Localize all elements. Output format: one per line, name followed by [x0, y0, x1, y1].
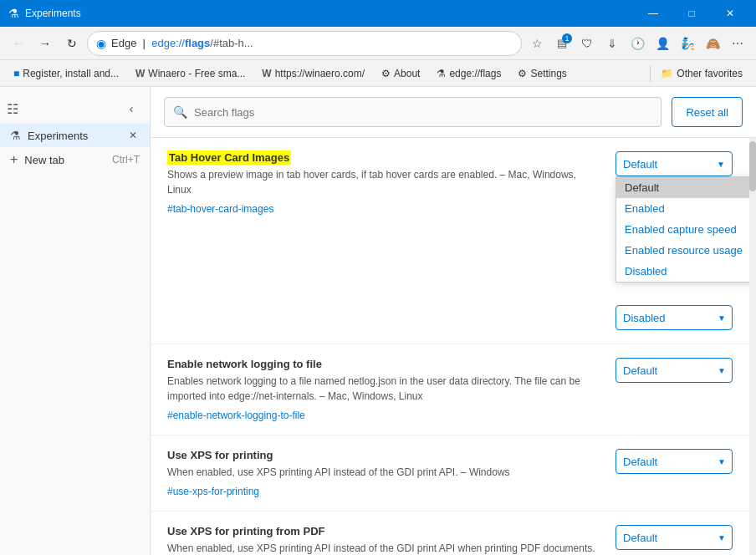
edge-feedback-btn[interactable]: 🙈: [701, 32, 724, 55]
bookmark-winaero1[interactable]: W Winaero - Free sma...: [129, 65, 252, 82]
edge-logo-icon: ◉: [96, 37, 106, 50]
flag-select-disabled[interactable]: Disabled: [616, 305, 733, 330]
bookmark-separator: [650, 65, 651, 82]
flags-content: 🔍 Reset all Tab Hover Card Images Shows …: [151, 87, 756, 555]
more-btn[interactable]: ⋯: [726, 32, 749, 55]
new-tab-label: New tab: [24, 154, 64, 166]
sidebar-grid-icon: ☷: [7, 101, 18, 117]
title-bar-left: ⚗ Experiments: [7, 7, 81, 20]
address-bar[interactable]: ◉ Edge | edge://flags/#tab-h...: [87, 31, 522, 56]
title-bar: ⚗ Experiments — □ ✕: [0, 0, 756, 27]
sidebar-close-experiments-button[interactable]: ✕: [126, 129, 140, 142]
refresh-button[interactable]: ↻: [60, 32, 84, 55]
bookmark-ms-label: Register, install and...: [23, 68, 119, 79]
dropdown-option-enabled-resource[interactable]: Enabled resource usage: [616, 240, 749, 261]
dropdown-option-enabled[interactable]: Enabled: [616, 198, 749, 219]
toolbar-icons: ☆ ▤ 1 🛡 ⇓ 🕐 👤 🧞 🙈 ⋯: [525, 32, 749, 55]
sidebar-top: ☷ ‹: [0, 94, 150, 124]
flag-item-tab-hover-card: Tab Hover Card Images Shows a preview im…: [151, 138, 749, 344]
other-favorites-label: Other favorites: [677, 68, 743, 79]
flag-select-wrapper-disabled: Disabled: [616, 305, 733, 330]
new-tab-plus-icon: +: [10, 152, 18, 167]
bookmarks-bar: ■ Register, install and... W Winaero - F…: [0, 60, 756, 87]
dropdown-menu-tab-hover: Default Enabled Enabled capture speed En…: [616, 176, 749, 283]
flag-name-highlighted: Tab Hover Card Images: [167, 150, 291, 165]
flag-info-xps-printing: Use XPS for printing When enabled, use X…: [167, 449, 602, 497]
flag-control-xps-pdf: Default: [616, 525, 733, 550]
dropdown-option-enabled-capture[interactable]: Enabled capture speed: [616, 219, 749, 240]
flag-name-network-logging: Enable network logging to file: [167, 358, 602, 370]
flag-select-xps[interactable]: Default: [616, 449, 733, 474]
flag-desc-xps-printing: When enabled, use XPS printing API inste…: [167, 465, 602, 480]
back-button[interactable]: ←: [7, 32, 30, 55]
flag-link-tab-hover[interactable]: #tab-hover-card-images: [167, 203, 273, 215]
scrollbar[interactable]: [749, 138, 756, 555]
sidebar-collapse-button[interactable]: ‹: [120, 97, 143, 120]
bookmark-settings-label: Settings: [530, 68, 566, 79]
title-bar-controls: — □ ✕: [634, 0, 749, 27]
flag-item-xps-pdf: Use XPS for printing from PDF When enabl…: [151, 512, 749, 555]
history-btn[interactable]: 🕐: [626, 32, 649, 55]
flag-control-tab-hover: Default ▼ Default Enabled Enabled captur…: [616, 151, 733, 330]
flag-desc-tab-hover: Shows a preview image in tab hover cards…: [167, 167, 602, 197]
bookmarks-right: 📁 Other favorites: [646, 65, 749, 82]
flag-name-xps-pdf: Use XPS for printing from PDF: [167, 525, 602, 537]
dropdown-option-disabled[interactable]: Disabled: [616, 261, 749, 282]
search-input-container[interactable]: 🔍: [164, 97, 662, 127]
search-input[interactable]: [194, 106, 652, 119]
bookmark-about[interactable]: ⚙ About: [375, 65, 427, 82]
gear-icon: ⚙: [381, 68, 391, 79]
sidebar-item-experiments[interactable]: ⚗ Experiments ✕: [0, 124, 150, 147]
favorites-icon-btn[interactable]: ☆: [525, 32, 549, 55]
flag-desc-network-logging: Enables network logging to a file named …: [167, 374, 602, 404]
title-bar-title: Experiments: [25, 8, 81, 19]
flag-name-tab-hover: Tab Hover Card Images: [167, 151, 602, 164]
dropdown-btn-tab-hover[interactable]: Default ▼: [616, 151, 733, 176]
flag-desc-xps-pdf: When enabled, use XPS printing API inste…: [167, 541, 602, 555]
dropdown-option-default[interactable]: Default: [616, 177, 749, 198]
scrollbar-thumb[interactable]: [749, 141, 756, 191]
bookmark-flags[interactable]: ⚗ edge://flags: [430, 65, 508, 82]
settings-gear-icon: ⚙: [518, 68, 527, 79]
extensions-btn[interactable]: 🧞: [676, 32, 699, 55]
collections-icon-btn[interactable]: ▤ 1: [550, 32, 574, 55]
bookmark-winaero2[interactable]: W https://winaero.com/: [255, 65, 371, 82]
forward-button[interactable]: →: [33, 32, 57, 55]
flag-select-network[interactable]: Default: [616, 358, 733, 383]
reset-all-button[interactable]: Reset all: [672, 97, 743, 127]
flag-info-xps-pdf: Use XPS for printing from PDF When enabl…: [167, 525, 602, 555]
flags-list: Tab Hover Card Images Shows a preview im…: [151, 138, 749, 555]
address-browser-name: Edge |: [111, 37, 151, 49]
maximize-button[interactable]: □: [672, 0, 711, 27]
flag-select-wrapper-xps-pdf: Default: [616, 525, 733, 550]
flag-item-xps-printing: Use XPS for printing When enabled, use X…: [151, 435, 749, 512]
ms-icon: ■: [13, 68, 19, 79]
bookmark-about-label: About: [394, 68, 420, 79]
close-button[interactable]: ✕: [711, 0, 749, 27]
bookmark-ms[interactable]: ■ Register, install and...: [7, 65, 125, 82]
downloads-btn[interactable]: ⇓: [600, 32, 624, 55]
sidebar-experiments-label: Experiments: [28, 130, 88, 142]
bookmark-winaero1-label: Winaero - Free sma...: [148, 68, 245, 79]
profile-btn[interactable]: 👤: [651, 32, 674, 55]
chevron-down-icon: ▼: [717, 160, 725, 169]
flag-select-wrapper-xps: Default: [616, 449, 733, 474]
sidebar-flask-icon: ⚗: [10, 129, 21, 142]
flags-search-bar: 🔍 Reset all: [151, 87, 756, 138]
search-icon: 🔍: [173, 105, 187, 119]
folder-icon: 📁: [661, 68, 673, 79]
main-area: ☷ ‹ ⚗ Experiments ✕ + New tab Ctrl+T 🔍 R…: [0, 87, 756, 555]
flag-link-network-logging[interactable]: #enable-network-logging-to-file: [167, 410, 305, 421]
flag-item-network-logging: Enable network logging to file Enables n…: [151, 344, 749, 435]
minimize-button[interactable]: —: [634, 0, 672, 27]
browser-essentials-btn[interactable]: 🛡: [575, 32, 599, 55]
flag-select-xps-pdf[interactable]: Default: [616, 525, 733, 550]
dropdown-current-value: Default: [623, 158, 657, 171]
bookmark-settings[interactable]: ⚙ Settings: [511, 65, 573, 82]
sidebar-new-tab[interactable]: + New tab Ctrl+T: [0, 147, 150, 172]
dropdown-tab-hover: Default ▼ Default Enabled Enabled captur…: [616, 151, 733, 176]
other-favorites-folder[interactable]: 📁 Other favorites: [654, 65, 749, 82]
flag-link-xps-printing[interactable]: #use-xps-for-printing: [167, 486, 259, 497]
bookmark-winaero2-label: https://winaero.com/: [275, 68, 365, 79]
flag-control-network-logging: Default: [616, 358, 733, 383]
